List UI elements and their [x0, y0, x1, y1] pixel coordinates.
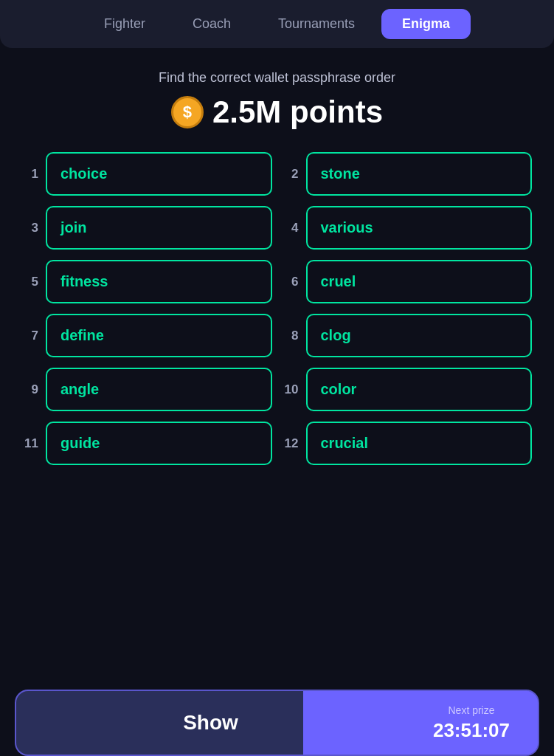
word-box-12[interactable]: crucial	[306, 422, 533, 465]
tab-bar: FighterCoachTournamentsEnigma	[0, 0, 554, 48]
word-number: 4	[283, 221, 299, 236]
word-number: 2	[283, 167, 299, 182]
word-box-1[interactable]: choice	[46, 152, 272, 196]
word-box-3[interactable]: join	[46, 206, 272, 250]
word-number: 8	[283, 329, 299, 343]
word-cell: 12crucial	[283, 422, 533, 465]
show-button[interactable]: Show	[16, 691, 405, 755]
word-cell: 1choice	[22, 152, 272, 196]
word-number: 9	[22, 382, 38, 397]
next-prize-label: Next prize	[448, 704, 494, 716]
word-cell: 10color	[283, 368, 533, 411]
points-row: $ 2.5M points	[171, 94, 383, 130]
word-cell: 5fitness	[22, 260, 272, 303]
coin-icon: $	[171, 96, 204, 128]
coin-symbol: $	[183, 103, 192, 122]
word-number: 12	[283, 436, 299, 451]
word-cell: 4various	[283, 206, 533, 250]
next-prize-panel: Next prize 23:51:07	[405, 691, 538, 755]
word-number: 1	[22, 167, 38, 182]
subtitle: Find the correct wallet passphrase order	[159, 70, 395, 86]
word-box-11[interactable]: guide	[46, 422, 272, 465]
word-cell: 6cruel	[283, 260, 533, 303]
word-number: 6	[283, 275, 299, 289]
word-box-7[interactable]: define	[46, 314, 272, 357]
points-display: 2.5M points	[212, 94, 383, 130]
tab-fighter[interactable]: Fighter	[83, 9, 166, 39]
word-box-4[interactable]: various	[306, 206, 533, 250]
word-cell: 3join	[22, 206, 272, 250]
word-box-10[interactable]: color	[306, 368, 533, 411]
word-cell: 11guide	[22, 422, 272, 465]
word-number: 10	[283, 382, 299, 397]
word-cell: 7define	[22, 314, 272, 357]
word-box-6[interactable]: cruel	[306, 260, 533, 303]
word-box-2[interactable]: stone	[306, 152, 533, 196]
tab-enigma[interactable]: Enigma	[381, 9, 471, 39]
word-number: 5	[22, 275, 38, 289]
tab-coach[interactable]: Coach	[172, 9, 252, 39]
word-box-5[interactable]: fitness	[46, 260, 272, 303]
tab-tournaments[interactable]: Tournaments	[257, 9, 375, 39]
word-grid: 1choice2stone3join4various5fitness6cruel…	[22, 152, 532, 465]
word-cell: 2stone	[283, 152, 533, 196]
bottom-bar: Show Next prize 23:51:07	[15, 690, 539, 756]
word-number: 11	[22, 436, 38, 451]
word-number: 7	[22, 329, 38, 343]
next-prize-time: 23:51:07	[433, 719, 510, 742]
word-box-9[interactable]: angle	[46, 368, 272, 411]
word-box-8[interactable]: clog	[306, 314, 533, 357]
word-cell: 9angle	[22, 368, 272, 411]
word-number: 3	[22, 221, 38, 236]
word-cell: 8clog	[283, 314, 533, 357]
main-content: Find the correct wallet passphrase order…	[0, 48, 554, 690]
